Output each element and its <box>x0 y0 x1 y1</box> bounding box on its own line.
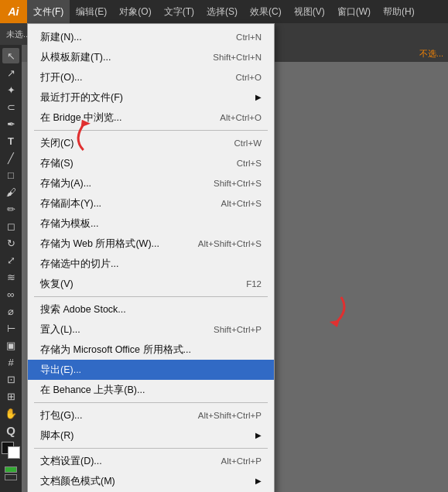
menu-object[interactable]: 对象(O) <box>113 0 157 23</box>
menu-close[interactable]: 关闭(C) Ctrl+W <box>28 133 274 153</box>
menu-save-as[interactable]: 存储为(A)... Shift+Ctrl+S <box>28 173 274 193</box>
menu-scripts[interactable]: 脚本(R) ▶ <box>28 425 274 446</box>
menu-save-shortcut: Ctrl+S <box>237 156 262 170</box>
menu-new-template-label: 从模板新建(T)... <box>40 50 111 65</box>
menu-save-slices[interactable]: 存储选中的切片... <box>28 254 274 274</box>
menu-file[interactable]: 文件(F) <box>27 0 70 23</box>
not-selected-notice: 不选... <box>419 48 443 60</box>
menu-recent-arrow: ▶ <box>255 91 262 104</box>
menu-export-label: 导出(E)... <box>40 362 81 378</box>
tool-rotate[interactable]: ↻ <box>2 235 19 251</box>
menu-new-label: 新建(N)... <box>40 29 82 45</box>
menu-new-template[interactable]: 从模板新建(T)... Shift+Ctrl+N <box>28 47 274 67</box>
menu-save-web-label: 存储为 Web 所用格式(W)... <box>40 236 159 251</box>
tool-eraser[interactable]: ◻ <box>2 218 19 234</box>
menu-save-copy-label: 存储副本(Y)... <box>40 196 101 211</box>
tool-blend[interactable]: ∞ <box>2 286 19 302</box>
menu-open-shortcut: Ctrl+O <box>235 70 262 84</box>
color-swatches[interactable] <box>2 442 20 459</box>
menu-bridge-label: 在 Bridge 中浏览... <box>40 110 122 125</box>
app-logo: Ai <box>0 0 27 23</box>
menu-save-template-label: 存储为模板... <box>40 216 98 231</box>
menu-window[interactable]: 窗口(W) <box>331 0 377 23</box>
menu-place[interactable]: 置入(L)... Shift+Ctrl+P <box>28 319 274 340</box>
tab-controls: 不选... <box>419 48 448 60</box>
tool-direct-selection[interactable]: ↗ <box>2 65 19 80</box>
menu-save-as-shortcut: Shift+Ctrl+S <box>214 176 262 190</box>
separator-2 <box>34 296 268 297</box>
toolbox: ↖ ↗ ✦ ⊂ ✒ T ╱ □ 🖌 ✏ ◻ ↻ ⤢ ≋ ∞ ⌀ ⊢ ▣ # ⊡ … <box>0 45 22 492</box>
tool-selection[interactable]: ↖ <box>2 48 19 63</box>
menu-new-template-shortcut: Shift+Ctrl+N <box>213 50 262 64</box>
menu-select[interactable]: 选择(S) <box>200 0 244 23</box>
file-menu-dropdown: 新建(N)... Ctrl+N 从模板新建(T)... Shift+Ctrl+N… <box>27 23 275 492</box>
menu-behance[interactable]: 在 Behance 上共享(B)... <box>28 380 274 400</box>
menu-save-template[interactable]: 存储为模板... <box>28 214 274 234</box>
menu-edit[interactable]: 编辑(E) <box>70 0 113 23</box>
tool-mesh[interactable]: # <box>2 355 19 371</box>
tool-warp[interactable]: ≋ <box>2 269 19 285</box>
menu-new-shortcut: Ctrl+N <box>236 30 262 44</box>
fill-color[interactable] <box>5 466 17 473</box>
menu-behance-label: 在 Behance 上共享(B)... <box>40 382 145 398</box>
menu-open-label: 打开(O)... <box>40 70 82 85</box>
menu-scripts-label: 脚本(R) <box>40 428 74 443</box>
background-color[interactable] <box>8 446 20 459</box>
menu-save-web-shortcut: Alt+Shift+Ctrl+S <box>198 237 262 251</box>
tool-pen[interactable]: ✒ <box>2 116 19 132</box>
arrow-indicator-2 <box>309 287 361 342</box>
menu-package[interactable]: 打包(G)... Alt+Shift+Ctrl+P <box>28 405 274 425</box>
menu-save-web[interactable]: 存储为 Web 所用格式(W)... Alt+Shift+Ctrl+S <box>28 234 274 254</box>
tool-zoom[interactable]: Q <box>2 423 19 439</box>
tool-type[interactable]: T <box>2 133 19 149</box>
separator-4 <box>34 448 268 449</box>
menu-revert-label: 恢复(V) <box>40 276 74 292</box>
separator-3 <box>34 402 268 403</box>
menu-recent[interactable]: 最近打开的文件(F) ▶ <box>28 87 274 108</box>
tool-pencil[interactable]: ✏ <box>2 201 19 217</box>
menu-scripts-arrow: ▶ <box>255 429 262 442</box>
menu-save-office-label: 存储为 Microsoft Office 所用格式... <box>40 342 191 357</box>
tool-paintbrush[interactable]: 🖌 <box>2 184 19 200</box>
tool-scale[interactable]: ⤢ <box>2 252 19 268</box>
menu-save[interactable]: 存储(S) Ctrl+S <box>28 153 274 173</box>
menu-place-shortcut: Shift+Ctrl+P <box>214 323 262 337</box>
tool-gradient[interactable]: ▣ <box>2 338 19 354</box>
stroke-color[interactable] <box>5 474 17 480</box>
file-dropdown: 新建(N)... Ctrl+N 从模板新建(T)... Shift+Ctrl+N… <box>27 23 275 492</box>
svg-marker-3 <box>330 319 342 330</box>
tool-artboard[interactable]: ⊞ <box>2 389 19 405</box>
menu-save-as-label: 存储为(A)... <box>40 176 91 191</box>
menu-color-mode[interactable]: 文档颜色模式(M) ▶ <box>28 471 274 491</box>
menu-bridge[interactable]: 在 Bridge 中浏览... Alt+Ctrl+O <box>28 108 274 128</box>
menu-help[interactable]: 帮助(H) <box>377 0 421 23</box>
separator-1 <box>34 130 268 131</box>
tool-eyedropper[interactable]: ⌀ <box>2 303 19 319</box>
menu-items: 文件(F) 编辑(E) 对象(O) 文字(T) 选择(S) 效果(C) 视图(V… <box>27 0 421 23</box>
tool-measure[interactable]: ⊢ <box>2 321 19 337</box>
menu-search-stock[interactable]: 搜索 Adobe Stock... <box>28 299 274 319</box>
menu-view[interactable]: 视图(V) <box>288 0 331 23</box>
tool-hand[interactable]: ✋ <box>2 406 19 422</box>
menu-effect[interactable]: 效果(C) <box>244 0 288 23</box>
menu-doc-setup[interactable]: 文档设置(D)... Alt+Ctrl+P <box>28 451 274 471</box>
tool-shape[interactable]: □ <box>2 167 19 183</box>
menu-new[interactable]: 新建(N)... Ctrl+N <box>28 27 274 47</box>
menu-save-copy[interactable]: 存储副本(Y)... Alt+Ctrl+S <box>28 193 274 214</box>
menu-revert[interactable]: 恢复(V) F12 <box>28 274 274 294</box>
menu-package-shortcut: Alt+Shift+Ctrl+P <box>198 408 262 422</box>
tool-line[interactable]: ╱ <box>2 150 19 166</box>
menu-open[interactable]: 打开(O)... Ctrl+O <box>28 67 274 87</box>
menu-save-copy-shortcut: Alt+Ctrl+S <box>221 196 262 210</box>
menu-save-office[interactable]: 存储为 Microsoft Office 所用格式... <box>28 340 274 360</box>
menu-search-stock-label: 搜索 Adobe Stock... <box>40 302 126 317</box>
tool-slice[interactable]: ⊡ <box>2 372 19 388</box>
tool-lasso[interactable]: ⊂ <box>2 99 19 114</box>
menu-doc-setup-shortcut: Alt+Ctrl+P <box>221 454 262 468</box>
menu-close-shortcut: Ctrl+W <box>234 136 262 150</box>
menu-bridge-shortcut: Alt+Ctrl+O <box>220 111 262 125</box>
tool-magic-wand[interactable]: ✦ <box>2 82 19 97</box>
menu-export[interactable]: 导出(E)... <box>28 360 274 380</box>
menu-package-label: 打包(G)... <box>40 408 82 423</box>
menu-type[interactable]: 文字(T) <box>158 0 200 23</box>
